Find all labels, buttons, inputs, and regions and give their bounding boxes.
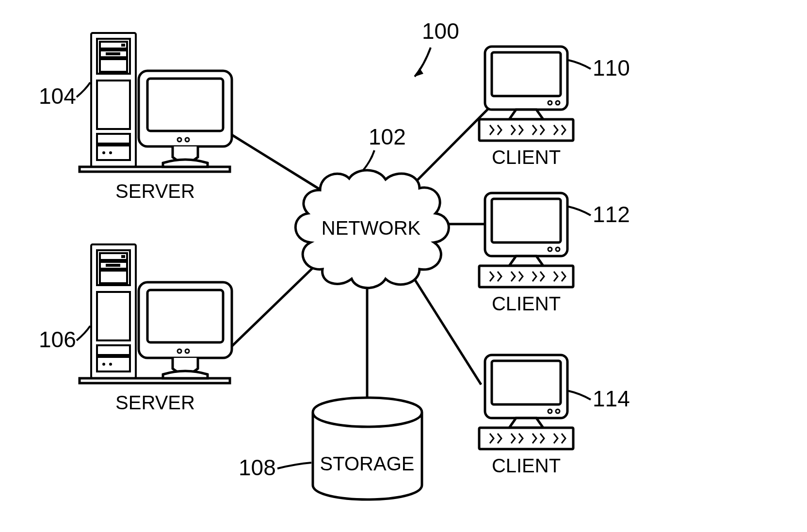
svg-rect-31 bbox=[97, 345, 130, 355]
ref-114: 114 bbox=[593, 386, 630, 411]
svg-rect-13 bbox=[97, 81, 130, 129]
ref-104: 104 bbox=[39, 83, 76, 109]
svg-point-33 bbox=[102, 363, 105, 366]
svg-point-34 bbox=[109, 363, 112, 366]
svg-rect-20 bbox=[147, 79, 223, 131]
svg-rect-51 bbox=[492, 361, 561, 404]
svg-rect-32 bbox=[97, 357, 130, 371]
client3-label: CLIENT bbox=[492, 455, 561, 476]
svg-line-3 bbox=[413, 108, 489, 184]
ref-102: 102 bbox=[369, 124, 406, 149]
svg-rect-15 bbox=[97, 145, 130, 160]
server1-label: SERVER bbox=[115, 180, 195, 202]
svg-rect-46 bbox=[492, 199, 561, 242]
svg-point-17 bbox=[109, 151, 112, 154]
client2-label: CLIENT bbox=[492, 293, 561, 314]
svg-line-1 bbox=[232, 259, 322, 346]
svg-point-16 bbox=[102, 151, 105, 154]
svg-rect-37 bbox=[147, 290, 223, 342]
svg-rect-14 bbox=[97, 134, 130, 144]
network-diagram: NETWORK bbox=[0, 0, 807, 532]
storage: STORAGE bbox=[313, 398, 422, 500]
storage-label: STORAGE bbox=[320, 453, 415, 474]
svg-rect-30 bbox=[97, 292, 130, 340]
svg-line-5 bbox=[405, 265, 481, 385]
server-2: SERVER bbox=[80, 244, 232, 413]
svg-line-0 bbox=[232, 135, 321, 190]
svg-rect-9 bbox=[121, 44, 125, 47]
svg-rect-41 bbox=[492, 52, 561, 96]
client1-label: CLIENT bbox=[492, 146, 561, 168]
ref-106: 106 bbox=[39, 327, 76, 352]
client-2: CLIENT bbox=[479, 193, 573, 314]
svg-rect-28 bbox=[106, 264, 120, 267]
client-3: CLIENT bbox=[479, 355, 573, 476]
ref-112: 112 bbox=[593, 202, 630, 227]
network-label: NETWORK bbox=[322, 217, 421, 239]
ref-110: 110 bbox=[593, 55, 630, 81]
ref-100: 100 bbox=[422, 18, 459, 44]
svg-rect-11 bbox=[106, 52, 120, 55]
ref-108: 108 bbox=[239, 455, 276, 480]
svg-rect-26 bbox=[121, 255, 125, 258]
client-1: CLIENT bbox=[479, 47, 573, 168]
server2-label: SERVER bbox=[115, 392, 195, 413]
server-1: SERVER bbox=[80, 33, 232, 202]
